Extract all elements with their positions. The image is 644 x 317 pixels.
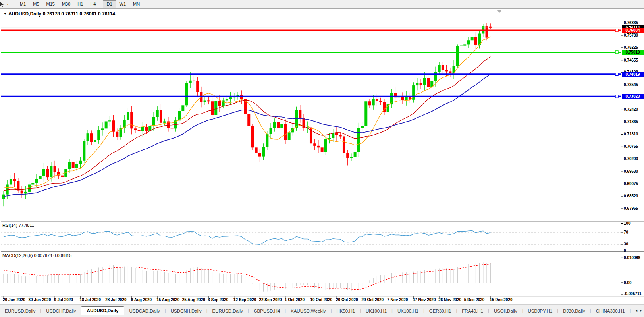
date-axis-label: 20 Oct 2020: [336, 298, 358, 302]
price-tick-label: 0.67965: [624, 206, 638, 211]
candle-body: [160, 110, 162, 123]
macd-axis-label: 0.010099: [624, 255, 640, 260]
symbol-tab-eurusd[interactable]: EURUSD,Daily: [207, 307, 247, 315]
date-axis-label: 30 Jun 2020: [29, 298, 51, 302]
candle-body: [361, 126, 364, 128]
timeframe-button-m30[interactable]: M30: [58, 0, 74, 8]
candle-body: [372, 99, 375, 106]
candle-body: [68, 162, 71, 169]
tab-scroll-right-icon[interactable]: ►: [639, 309, 643, 313]
line-end-handle: [615, 95, 618, 98]
candle-body: [24, 192, 27, 193]
candle-body: [94, 140, 96, 142]
candle-body: [112, 120, 115, 131]
candle-body: [39, 176, 42, 179]
candle-body: [255, 147, 258, 153]
symbol-tab-uk100[interactable]: UK100,H1: [361, 307, 391, 315]
candle-body: [368, 101, 371, 105]
price-tick-label: 0.76335: [624, 21, 638, 25]
candle-body: [258, 153, 261, 157]
candle-body: [284, 124, 287, 140]
candle-body: [105, 121, 108, 128]
symbol-tab-hk50[interactable]: HK50,H1: [332, 307, 360, 315]
symbol-tab-xauusd[interactable]: XAUUSD,Weekly: [286, 307, 331, 315]
candle-body: [167, 121, 170, 128]
candle-body: [357, 128, 360, 152]
candle-body: [75, 164, 78, 168]
candle-body: [445, 70, 448, 71]
timeframe-button-m1[interactable]: M1: [16, 0, 29, 8]
tab-scroll-left-icon[interactable]: ◄: [634, 309, 638, 313]
symbol-tab-us[interactable]: US: [631, 307, 632, 315]
ma-slow-line: [4, 74, 490, 196]
timeframe-buttons: M1M5M15M30H1H4D1W1MN: [16, 0, 143, 8]
toolbar-grip[interactable]: [12, 1, 15, 7]
candle-body: [438, 65, 441, 72]
date-axis-label: 18 Jul 2020: [80, 298, 101, 302]
level-price-label: 0.74019: [622, 72, 644, 77]
symbol-tab-fra40[interactable]: FRA40,H1: [457, 307, 488, 315]
collapse-caret-icon[interactable]: ▼: [4, 12, 7, 15]
timeframe-button-h1[interactable]: H1: [74, 0, 87, 8]
timeframe-button-w1[interactable]: W1: [116, 0, 130, 8]
candle-body: [178, 111, 181, 120]
symbol-tab-audusd[interactable]: AUDUSD,Daily: [81, 306, 125, 315]
candle-body: [416, 83, 418, 85]
candle-body: [328, 138, 331, 139]
candle-body: [83, 141, 85, 161]
chevron-down-icon[interactable]: ▼: [6, 3, 9, 6]
rsi-line: [4, 231, 490, 245]
candle-body: [10, 179, 12, 185]
symbol-tab-usdchf[interactable]: USDCHF,Daily: [41, 307, 81, 315]
candle-body: [79, 161, 82, 164]
timeframe-button-d1[interactable]: D1: [103, 0, 116, 8]
cursor-tool-icon[interactable]: [0, 1, 6, 8]
candle-body: [138, 130, 141, 131]
symbol-tab-gbpusd[interactable]: GBPUSD,H4: [249, 307, 285, 315]
candle-body: [130, 112, 133, 128]
date-axis-label: 28 Jul 2020: [105, 298, 126, 302]
symbol-tab-usoil[interactable]: USOil,Daily: [489, 307, 522, 315]
symbol-tab-ger30[interactable]: GER30,H1: [424, 307, 456, 315]
candle-body: [489, 27, 492, 28]
trading-app-window: ▼ M1M5M15M30H1H4D1W1MN ▼AUDUSD,Daily 0.7…: [0, 0, 644, 317]
chart-ohlc-values: 0.76178 0.76311 0.76061 0.76114: [43, 11, 115, 17]
timeframe-button-mn[interactable]: MN: [129, 0, 143, 8]
timeframe-button-m15[interactable]: M15: [43, 0, 58, 8]
symbol-tab-uk100[interactable]: UK100,H1: [393, 307, 423, 315]
toolbar-separator: [101, 1, 101, 7]
candle-body: [434, 72, 437, 81]
candle-body: [185, 83, 188, 105]
symbol-tab-dj30[interactable]: DJ30,Daily: [558, 307, 590, 315]
symbol-tab-china300[interactable]: CHINA300,H1: [591, 307, 630, 315]
candle-body: [423, 78, 426, 85]
cursor-icon: [0, 2, 5, 7]
price-tick-label: 0.72420: [624, 107, 638, 112]
chart-symbol-label: AUDUSD,Daily: [8, 11, 41, 17]
candle-body: [354, 152, 357, 157]
candle-body: [350, 157, 353, 158]
candle-body: [427, 78, 430, 87]
candle-body: [273, 122, 276, 128]
candle-body: [346, 153, 349, 158]
candle-body: [87, 133, 89, 141]
candle-body: [463, 44, 466, 45]
symbol-tab-usdjpy[interactable]: USDJPY,H1: [523, 307, 557, 315]
symbol-tab-usdcnh[interactable]: USDCNH,Daily: [166, 307, 206, 315]
timeframe-button-h4[interactable]: H4: [87, 0, 99, 8]
symbol-tab-usdcad[interactable]: USDCAD,Daily: [124, 307, 164, 315]
candle-body: [288, 132, 291, 140]
timeframe-button-m5[interactable]: M5: [29, 0, 42, 8]
chart-canvas[interactable]: [0, 9, 644, 305]
candle-body: [50, 166, 52, 177]
candle-body: [211, 101, 214, 115]
date-axis-label: 29 Oct 2020: [362, 298, 384, 302]
candle-body: [116, 132, 118, 137]
candle-body: [97, 130, 100, 140]
symbol-tab-eurusd[interactable]: EURUSD,Daily: [0, 307, 40, 315]
date-axis-label: 5 Dec 2020: [464, 298, 485, 302]
candle-body: [148, 126, 151, 131]
candle-body: [420, 83, 422, 85]
candle-body: [339, 135, 342, 136]
candle-body: [474, 37, 477, 45]
